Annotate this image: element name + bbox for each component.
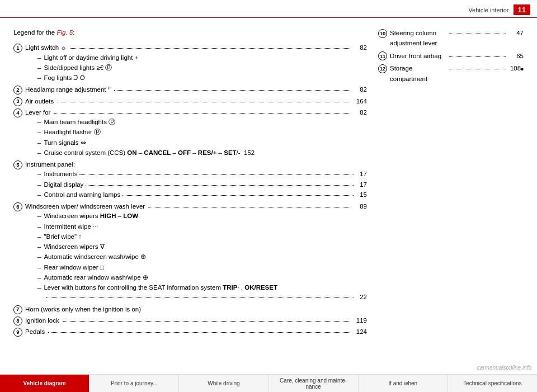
sub-item: – Instruments17 <box>37 169 367 179</box>
item-2-dots <box>114 90 350 91</box>
sub-item: – Side/dipped lights ≥€ ⓟ <box>37 63 367 73</box>
sub-item-label: Rear window wiper □ <box>44 263 103 272</box>
item-number-2: 2 <box>13 86 22 95</box>
sub-item: – Control and warning lamps15 <box>37 190 367 200</box>
list-item: 7 Horn (works only when the ignition is … <box>13 305 367 314</box>
sub-item-label: Intermittent wipe ··· <box>44 222 98 232</box>
sub-item-label: Automatic windscreen wash/wipe ⊕ <box>44 252 146 262</box>
sub-item: – Automatic rear window wash/wipe ⊕ <box>37 273 367 282</box>
item-1-label: Light switch ☼ <box>25 43 67 53</box>
sub-item: – Turn signals ⇔ <box>37 138 367 148</box>
item-number-8: 8 <box>13 317 22 325</box>
item-9-main: Pedals 124 <box>25 327 367 337</box>
sub-item-label: Turn signals ⇔ <box>44 138 86 148</box>
list-item: 8 Ignition lock 119 <box>13 316 367 325</box>
item-number-1: 1 <box>13 44 22 53</box>
item-6-dots <box>148 207 350 207</box>
sub-item: – Cruise control system (CCS) ON – CANCE… <box>37 148 367 158</box>
footer-tab-while-driving[interactable]: While driving <box>179 375 268 392</box>
sub-item-label: Digital display17 <box>44 180 367 190</box>
sub-item-label: Cruise control system (CCS) ON – CANCEL … <box>44 148 255 158</box>
sub-item: – Lever with buttons for controlling the… <box>37 283 367 303</box>
item-10-page: 47 <box>508 28 524 38</box>
footer-tab-care-cleaning[interactable]: Care, cleaning and mainte-nance <box>269 375 359 392</box>
sub-item-label: Main beam headlights ⓟ <box>44 117 115 127</box>
item-8-main: Ignition lock 119 <box>25 316 367 325</box>
item-10-label: Steering column adjustment lever <box>390 28 447 49</box>
item-number-9: 9 <box>13 328 22 337</box>
watermark: carmanualsoniine.info <box>477 365 531 371</box>
item-4-page: 82 <box>354 108 367 117</box>
item-3-page: 164 <box>354 97 367 106</box>
item-4-content: Lever for 82 – Main beam headlights ⓟ – … <box>25 108 367 158</box>
item-3-content: Air outlets 164 <box>25 97 367 106</box>
item-9-page: 124 <box>354 327 367 337</box>
sub-item-label: Side/dipped lights ≥€ ⓟ <box>44 63 112 73</box>
sub-item: – Windscreen wipers ∇ <box>37 242 367 252</box>
sub-item: – Automatic windscreen wash/wipe ⊕ <box>37 252 367 262</box>
fig-ref: Fig. 5 <box>56 29 73 36</box>
footer-tab-technical-specs[interactable]: Technical specifications <box>448 375 537 392</box>
sub-item-label: Windscreen wipers HIGH – LOW <box>44 211 138 221</box>
sub-item-label: Windscreen wipers ∇ <box>44 242 104 252</box>
item-8-dots <box>63 321 350 322</box>
list-item: 5 Instrument panel: – Instruments17 – Di… <box>13 160 367 200</box>
sub-item: – Fog lights Ͻ Ö <box>37 73 367 83</box>
footer-tab-if-when[interactable]: If and when <box>359 375 448 392</box>
item-9-label: Pedals <box>25 327 45 337</box>
item-9-content: Pedals 124 <box>25 327 367 337</box>
item-4-main: Lever for 82 <box>25 108 367 117</box>
sub-item-label: Light off or daytime driving light + <box>44 53 138 63</box>
list-item: 11 Driver front airbag 65 <box>378 51 524 61</box>
list-item: 6 Windscreen wiper/ windscreen wash leve… <box>13 202 367 303</box>
list-item: 2 Headlamp range adjustment ᴾ 82 <box>13 85 367 95</box>
sub-item: – Light off or daytime driving light + <box>37 53 367 63</box>
sub-item: – Windscreen wipers HIGH – LOW <box>37 211 367 221</box>
item-6-label: Windscreen wiper/ windscreen wash lever <box>25 202 145 211</box>
sub-item-label: Control and warning lamps15 <box>44 190 367 200</box>
item-5-content: Instrument panel: – Instruments17 – Digi… <box>25 160 367 200</box>
item-9-dots <box>48 332 350 333</box>
item-10-dots <box>449 34 506 34</box>
square-bullet <box>521 65 524 72</box>
item-3-main: Air outlets 164 <box>25 97 367 106</box>
item-2-label: Headlamp range adjustment ᴾ <box>25 85 111 95</box>
item-number-5: 5 <box>13 160 22 169</box>
item-3-label: Air outlets <box>25 97 54 106</box>
item-4-label: Lever for <box>25 108 50 117</box>
sub-item-label: Headlight flasher ⓟ <box>44 127 101 137</box>
item-1-dots <box>70 48 350 49</box>
item-6-page: 89 <box>354 202 367 211</box>
item-2-main: Headlamp range adjustment ᴾ 82 <box>25 85 367 95</box>
list-item: 10 Steering column adjustment lever 47 <box>378 28 524 49</box>
item-4-dots <box>54 113 350 114</box>
item-2-content: Headlamp range adjustment ᴾ 82 <box>25 85 367 95</box>
item-1-main: Light switch ☼ 82 <box>25 43 367 53</box>
sub-item: – Main beam headlights ⓟ <box>37 117 367 127</box>
section-title: Vehicle interior <box>468 7 508 13</box>
sub-item: – Headlight flasher ⓟ <box>37 127 367 137</box>
item-3-dots <box>57 102 350 102</box>
item-6-main: Windscreen wiper/ windscreen wash lever … <box>25 202 367 211</box>
item-11-page: 65 <box>508 51 524 61</box>
item-number-4: 4 <box>13 108 22 117</box>
item-number-6: 6 <box>13 202 22 211</box>
item-8-content: Ignition lock 119 <box>25 316 367 325</box>
item-12-page: 108 <box>508 63 524 73</box>
footer-tab-prior-journey[interactable]: Prior to a journey... <box>90 375 179 392</box>
sub-item-label: "Brief wipe" ↑ <box>44 232 82 242</box>
main-content: Legend for the Fig. 5: 1 Light switch ☼ … <box>0 18 537 338</box>
legend-label: Legend for the Fig. 5: <box>13 28 367 37</box>
item-number-7: 7 <box>13 305 22 314</box>
list-item: 3 Air outlets 164 <box>13 97 367 106</box>
item-7-label: Horn (works only when the ignition is on… <box>25 306 141 313</box>
footer-nav: Vehicle diagram Prior to a journey... Wh… <box>0 374 537 392</box>
item-2-page: 82 <box>354 85 367 95</box>
footer-tab-vehicle-diagram[interactable]: Vehicle diagram <box>0 375 90 392</box>
sub-item-label: Automatic rear window wash/wipe ⊕ <box>44 273 148 282</box>
item-6-content: Windscreen wiper/ windscreen wash lever … <box>25 202 367 303</box>
sub-item-label: Lever with buttons for controlling the S… <box>44 283 367 303</box>
list-item: 12 Storage compartment 108 <box>378 63 524 84</box>
item-7-content: Horn (works only when the ignition is on… <box>25 305 367 314</box>
item-number-3: 3 <box>13 97 22 106</box>
